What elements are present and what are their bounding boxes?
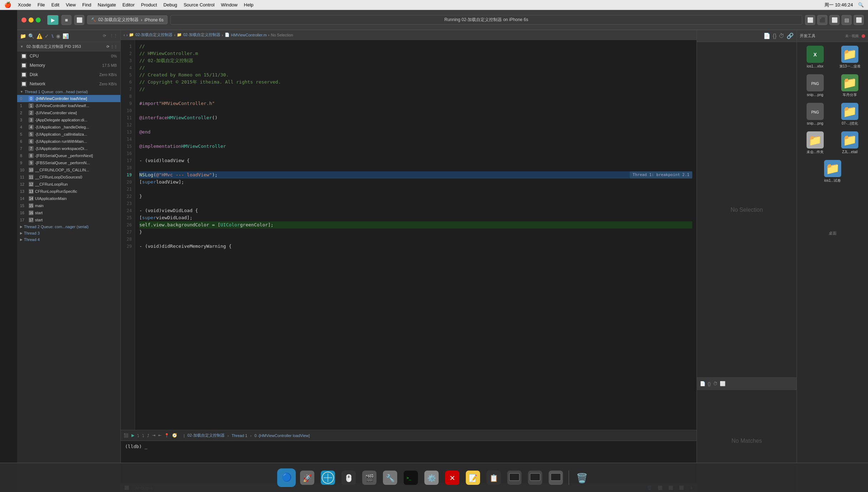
dock-launchpad[interactable]: 🚀: [298, 468, 316, 487]
search-icon[interactable]: 🔍: [28, 33, 34, 39]
debug-step-into[interactable]: ⤵: [142, 433, 144, 438]
dock-monitor-1[interactable]: [505, 468, 524, 487]
file-item-folder-6[interactable]: 📁 ios1...试卷: [797, 158, 868, 185]
test-icon[interactable]: ✓: [45, 33, 49, 39]
thread-2-header[interactable]: ▶ Thread 2 Queue: com...nager (serial): [17, 224, 120, 230]
debug-step-instr[interactable]: ⇥: [152, 433, 155, 438]
build-target[interactable]: 🔨 02-加载自定义控制器 › iPhone 6s: [87, 15, 168, 24]
menu-edit[interactable]: Edit: [51, 2, 59, 7]
code-line-12[interactable]: [139, 121, 692, 129]
frame-7[interactable]: 7 7 -[UIApplication workspaceDi...: [17, 145, 120, 152]
frame-8[interactable]: 8 8 -[FBSSerialQueue _performNext]: [17, 152, 120, 159]
code-line-10[interactable]: [139, 107, 692, 114]
debug-simulate-loc[interactable]: 📍: [164, 433, 169, 438]
code-line-6[interactable]: // Copyright © 2015年 itheima. All rights…: [139, 79, 692, 86]
dock-notes[interactable]: 📝: [464, 468, 482, 487]
code-line-5[interactable]: // Created by Romeo on 15/11/30.: [139, 71, 692, 79]
lldb-prompt[interactable]: (lldb): [125, 444, 142, 449]
file-item-folder-2[interactable]: 📁 车丹分享: [833, 72, 867, 99]
file-item-png-2[interactable]: PNG snip....png: [798, 101, 832, 128]
frame-17[interactable]: 17 17 start: [17, 216, 120, 224]
code-line-29[interactable]: - (void)didReceiveMemoryWarning {: [139, 243, 692, 250]
debug-step-over[interactable]: ⤵: [137, 433, 139, 438]
dock-media[interactable]: 🎬: [360, 468, 379, 487]
menu-editor[interactable]: Editor: [123, 2, 135, 7]
file-item-folder-3[interactable]: 📁 07-...(优化: [833, 101, 867, 128]
debug-proj-bc[interactable]: 02-加载自定义控制器: [188, 433, 225, 438]
run-button[interactable]: ▶: [47, 15, 59, 25]
file-item-png-1[interactable]: PNG snip....png: [798, 72, 832, 99]
code-line-23[interactable]: [139, 200, 692, 207]
stop-button[interactable]: ■: [61, 15, 71, 25]
code-editor[interactable]: 1234567891011121314151617181920212223242…: [121, 40, 697, 430]
menu-product[interactable]: Product: [141, 2, 157, 7]
inspector-icon-1[interactable]: 📄: [763, 32, 770, 39]
view-toggle-3[interactable]: ⬜: [829, 15, 839, 25]
debug-step-out[interactable]: ⤴: [147, 433, 149, 438]
breakpoint-icon[interactable]: ◉: [56, 33, 60, 39]
frame-16[interactable]: 16 16 start: [17, 209, 120, 216]
code-line-16[interactable]: [139, 150, 692, 157]
file-item-folder-4[interactable]: 📁 未会...件夹: [798, 129, 832, 156]
debug-icon[interactable]: ⑊: [51, 33, 54, 39]
code-line-17[interactable]: - (void)loadView {: [139, 157, 692, 164]
frame-0[interactable]: 0 0 -[HMViewController loadView]: [17, 95, 120, 102]
code-line-22[interactable]: }: [139, 193, 692, 200]
thread-3-header[interactable]: ▶ Thread 3: [17, 230, 120, 236]
dock-safari[interactable]: [319, 468, 337, 487]
frame-11[interactable]: 11 11 __CFRunLoopDoSources0: [17, 174, 120, 181]
breadcrumb-file-label[interactable]: HMViewController.m: [231, 33, 267, 37]
more-icon[interactable]: ⋮⋮: [110, 34, 118, 38]
code-line-3[interactable]: // 02-加载自定义控制器: [139, 57, 692, 64]
thread-4-header[interactable]: ▶ Thread 4: [17, 236, 120, 243]
menu-debug[interactable]: Debug: [164, 2, 177, 7]
menu-view[interactable]: View: [66, 2, 76, 7]
view-toggle-2[interactable]: ⬛: [817, 15, 827, 25]
code-line-13[interactable]: @end: [139, 129, 692, 136]
frame-12[interactable]: 12 12 __CFRunLoopRun: [17, 181, 120, 188]
debug-nav[interactable]: 🧭: [172, 433, 177, 438]
menubar-search-icon[interactable]: 🔍: [858, 2, 864, 7]
dock-monitor-3[interactable]: [547, 468, 565, 487]
report-icon[interactable]: 📊: [63, 33, 69, 39]
code-line-14[interactable]: [139, 136, 692, 143]
breadcrumb-file[interactable]: 📄: [225, 32, 230, 37]
nav-back[interactable]: ‹: [124, 33, 125, 37]
breadcrumb-folder[interactable]: 📁: [177, 32, 182, 37]
code-line-18[interactable]: [139, 164, 692, 171]
frame-5[interactable]: 5 5 -[UIApplication _callInitializa...: [17, 131, 120, 138]
view-toggle-4[interactable]: ▤: [842, 15, 852, 25]
breadcrumb-folder-label[interactable]: 02-加载自定义控制器: [183, 32, 220, 37]
view-toggle-5[interactable]: ⬜: [854, 15, 864, 25]
code-line-8[interactable]: [139, 93, 692, 100]
code-line-25[interactable]: [super viewDidLoad];: [139, 214, 692, 221]
close-button[interactable]: [21, 17, 26, 22]
code-line-4[interactable]: //: [139, 64, 692, 71]
code-line-21[interactable]: [139, 186, 692, 193]
frame-14[interactable]: 14 14 UIApplicationMain: [17, 195, 120, 202]
folder-icon[interactable]: 📁: [20, 33, 26, 39]
code-line-28[interactable]: [139, 236, 692, 243]
code-line-27[interactable]: }: [139, 229, 692, 236]
apple-menu[interactable]: 🍎: [4, 1, 11, 8]
nav-forward[interactable]: ›: [126, 33, 128, 37]
frame-15[interactable]: 15 15 main: [17, 202, 120, 209]
frame-2[interactable]: 2 2 -[UIViewController view]: [17, 109, 120, 116]
dock-xmind[interactable]: ✕: [443, 468, 462, 487]
frame-1[interactable]: 1 1 -[UIViewController loadViewIf...: [17, 102, 120, 109]
dock-sysprefs[interactable]: ⚙️: [422, 468, 441, 487]
menu-source-control[interactable]: Source Control: [184, 2, 215, 7]
inspector-icon-2[interactable]: {}: [773, 33, 777, 39]
debug-thread-bc[interactable]: Thread 1: [231, 433, 247, 438]
bottom-inspector-icon-3[interactable]: ⏱: [713, 381, 718, 386]
code-line-20[interactable]: [super loadView];: [139, 179, 692, 186]
warning-icon[interactable]: ⚠️: [36, 33, 43, 39]
debug-step-over-instr[interactable]: ⇤: [158, 433, 161, 438]
file-item-folder-1[interactable]: 📁 第13一...业准: [833, 44, 867, 71]
menu-file[interactable]: File: [38, 2, 45, 7]
dock-terminal[interactable]: >_: [401, 468, 420, 487]
activity-button[interactable]: ⬜: [74, 15, 84, 25]
breadcrumb-proj-label[interactable]: 02-加载自定义控制器: [135, 32, 173, 37]
code-line-7[interactable]: //: [139, 86, 692, 93]
thread-1-header[interactable]: ▼ Thread 1 Queue: com...head (serial): [17, 89, 120, 95]
